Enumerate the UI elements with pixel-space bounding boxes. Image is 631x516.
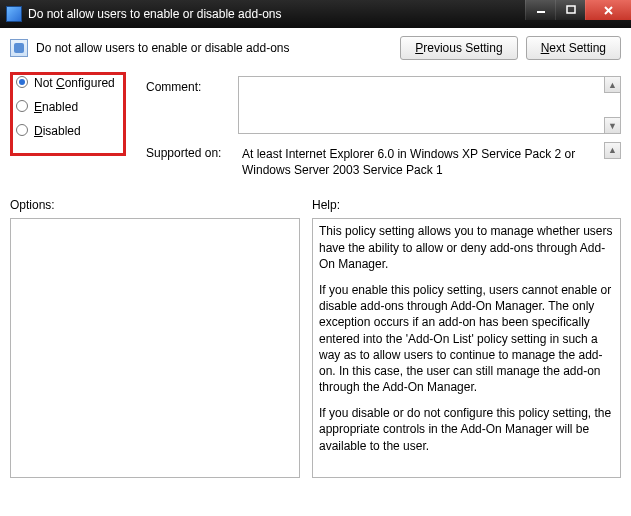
options-panel[interactable] — [10, 218, 300, 478]
close-button[interactable] — [585, 0, 631, 20]
radio-enabled[interactable] — [16, 100, 28, 112]
help-panel[interactable]: This policy setting allows you to manage… — [312, 218, 621, 478]
prev-label-rest: revious Setting — [423, 41, 502, 55]
scroll-up-icon[interactable]: ▲ — [604, 142, 621, 159]
window-controls — [525, 0, 631, 20]
scroll-down-icon[interactable]: ▼ — [604, 117, 621, 134]
previous-setting-button[interactable]: Previous Setting — [400, 36, 517, 60]
state-radio-group: Not Configured Enabled Disabled — [10, 74, 136, 140]
page-title: Do not allow users to enable or disable … — [36, 41, 290, 55]
scroll-up-icon[interactable]: ▲ — [604, 76, 621, 93]
comment-textarea[interactable] — [238, 76, 621, 134]
window-title: Do not allow users to enable or disable … — [28, 7, 282, 21]
titlebar: Do not allow users to enable or disable … — [0, 0, 631, 28]
app-icon — [6, 6, 22, 22]
help-paragraph: This policy setting allows you to manage… — [319, 223, 614, 272]
next-label-rest: ext Setting — [549, 41, 606, 55]
radio-label-enabled[interactable]: Enabled — [34, 100, 78, 114]
maximize-button[interactable] — [555, 0, 585, 20]
radio-disabled[interactable] — [16, 124, 28, 136]
options-label: Options: — [10, 198, 300, 212]
radio-label-not-configured[interactable]: Not Configured — [34, 76, 115, 90]
radio-label-disabled[interactable]: Disabled — [34, 124, 81, 138]
help-paragraph: If you disable or do not configure this … — [319, 405, 614, 454]
supported-on-label: Supported on: — [146, 142, 238, 160]
comment-label: Comment: — [146, 76, 238, 94]
help-paragraph: If you enable this policy setting, users… — [319, 282, 614, 395]
minimize-button[interactable] — [525, 0, 555, 20]
radio-not-configured[interactable] — [16, 76, 28, 88]
policy-icon — [10, 39, 28, 57]
supported-on-text: At least Internet Explorer 6.0 in Window… — [242, 147, 575, 177]
next-setting-button[interactable]: Next Setting — [526, 36, 621, 60]
svg-rect-1 — [567, 6, 575, 13]
help-label: Help: — [312, 198, 621, 212]
